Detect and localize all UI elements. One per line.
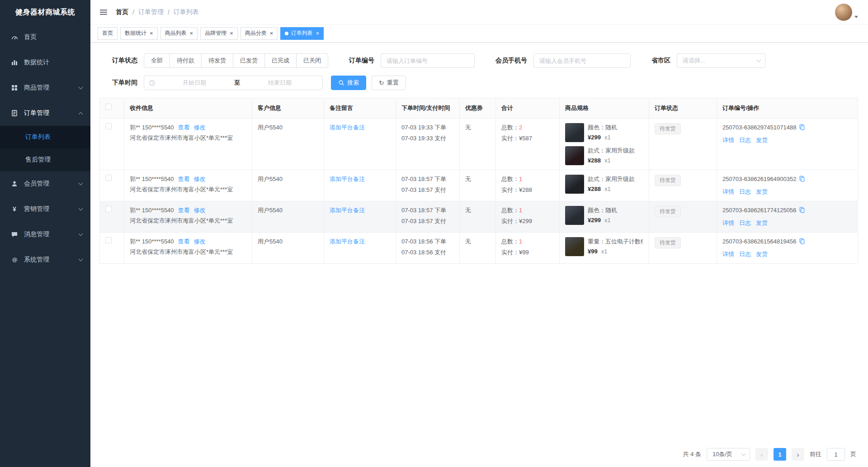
row-checkbox[interactable]: [105, 123, 112, 129]
tab-category[interactable]: 商品分类×: [241, 27, 278, 40]
row-select-cell: [100, 232, 124, 263]
breadcrumb-item[interactable]: 首页: [116, 8, 128, 16]
sidebar-item-stats[interactable]: 数据统计: [0, 50, 90, 75]
sidebar-item-system[interactable]: 系统管理: [0, 247, 90, 272]
view-link[interactable]: 查看: [178, 238, 190, 245]
paid-amount: ¥99: [519, 249, 529, 256]
products-cell: 款式：家用升级款¥288x1: [560, 170, 649, 201]
ship-link[interactable]: 发货: [756, 136, 768, 145]
page-size-select[interactable]: 10条/页: [707, 448, 750, 461]
status-filter-shipped[interactable]: 已发货: [233, 53, 265, 68]
product-price-line: ¥288x1: [588, 156, 635, 165]
log-link[interactable]: 日志: [739, 250, 751, 259]
search-button[interactable]: 搜索: [331, 76, 366, 90]
row-checkbox[interactable]: [105, 175, 112, 181]
detail-link[interactable]: 详情: [722, 250, 734, 259]
ship-link[interactable]: 发货: [756, 219, 768, 228]
product-item: 颜色：随机¥299x1: [565, 123, 643, 142]
status-filter-unpaid[interactable]: 待付款: [170, 53, 202, 68]
copy-icon[interactable]: [799, 207, 805, 213]
chevron-down-icon[interactable]: [854, 16, 858, 18]
page-number-button[interactable]: 1: [774, 448, 786, 461]
tab-order-list[interactable]: 订单列表×: [280, 27, 324, 40]
detail-link[interactable]: 详情: [722, 187, 734, 196]
breadcrumb-item[interactable]: 订单管理: [138, 8, 164, 16]
detail-link[interactable]: 详情: [722, 136, 734, 145]
next-page-button[interactable]: ›: [792, 448, 804, 461]
view-link[interactable]: 查看: [178, 124, 190, 131]
breadcrumb-separator: /: [132, 9, 134, 16]
product-item: 款式：家用升级款¥288x1: [565, 175, 643, 194]
ship-link[interactable]: 发货: [756, 187, 768, 196]
table-row: 郭** 150****5540查看修改 河北省保定市涿州市海富小区*单元***室…: [100, 118, 858, 170]
chevron-left-icon: ‹: [761, 451, 763, 458]
sidebar-toggle-icon[interactable]: [99, 8, 108, 17]
column-header-5: 合计: [496, 98, 560, 119]
detail-link[interactable]: 详情: [722, 219, 734, 228]
total-label: 总数：: [501, 207, 519, 214]
tab-product-list[interactable]: 商品列表×: [160, 27, 198, 40]
add-remark-link[interactable]: 添加平台备注: [330, 176, 365, 182]
copy-icon[interactable]: [799, 124, 805, 130]
svg-text:¥: ¥: [13, 205, 16, 213]
view-link[interactable]: 查看: [178, 176, 190, 182]
avatar[interactable]: [835, 4, 852, 21]
view-link[interactable]: 查看: [178, 207, 190, 214]
close-icon[interactable]: ×: [316, 30, 319, 36]
close-icon[interactable]: ×: [190, 30, 193, 36]
copy-icon[interactable]: [799, 238, 805, 244]
edit-link[interactable]: 修改: [194, 207, 206, 214]
product-price-line: ¥299x1: [588, 133, 617, 142]
close-icon[interactable]: ×: [230, 30, 233, 36]
start-date-placeholder[interactable]: 开始日期: [156, 79, 232, 87]
product-info: 重量：五位电子计数60K(¥99x1: [588, 237, 643, 256]
tab-home[interactable]: 首页: [98, 27, 118, 40]
log-link[interactable]: 日志: [739, 219, 751, 228]
ship-link[interactable]: 发货: [756, 250, 768, 259]
recipient-cell: 郭** 150****5540查看修改 河北省保定市涿州市海富小区*单元***室: [124, 170, 252, 201]
gear-icon: [10, 256, 19, 264]
close-icon[interactable]: ×: [150, 30, 153, 36]
phone-input[interactable]: [533, 53, 631, 68]
tab-brand[interactable]: 品牌管理×: [200, 27, 238, 40]
edit-link[interactable]: 修改: [194, 176, 206, 182]
order-no-input[interactable]: [381, 53, 475, 68]
row-checkbox[interactable]: [105, 237, 112, 243]
sidebar-item-marketing[interactable]: ¥营销管理: [0, 196, 90, 222]
sidebar-item-members[interactable]: 会员管理: [0, 171, 90, 196]
tab-stats[interactable]: 数据统计×: [120, 27, 158, 40]
column-header-0: 收件信息: [124, 98, 252, 119]
log-link[interactable]: 日志: [739, 187, 751, 196]
close-icon[interactable]: ×: [270, 30, 274, 36]
row-checkbox[interactable]: [105, 206, 112, 212]
search-icon: [338, 80, 344, 86]
status-filter-closed[interactable]: 已关闭: [296, 53, 328, 68]
goto-page-input[interactable]: [827, 448, 845, 461]
status-filter-done[interactable]: 已完成: [264, 53, 297, 68]
sidebar-item-messages[interactable]: 消息管理: [0, 222, 90, 247]
sidebar-item-home[interactable]: 首页: [0, 24, 90, 50]
add-remark-link[interactable]: 添加平台备注: [330, 238, 365, 245]
add-remark-link[interactable]: 添加平台备注: [330, 207, 365, 214]
sidebar-subitem-after-sale[interactable]: 售后管理: [0, 148, 90, 171]
navbar-right: [835, 4, 858, 21]
edit-link[interactable]: 修改: [194, 238, 206, 245]
add-remark-link[interactable]: 添加平台备注: [330, 124, 365, 131]
prev-page-button[interactable]: ‹: [755, 448, 768, 461]
copy-icon[interactable]: [799, 176, 805, 182]
chevron-down-icon: [79, 181, 83, 185]
end-date-placeholder[interactable]: 结束日期: [242, 79, 318, 87]
region-select[interactable]: 请选择...: [677, 53, 765, 68]
status-cell: 待发货: [649, 118, 717, 170]
edit-link[interactable]: 修改: [194, 124, 206, 131]
date-range-picker[interactable]: 开始日期 至 结束日期: [144, 76, 323, 90]
log-link[interactable]: 日志: [739, 136, 751, 145]
sidebar-item-orders[interactable]: 订单管理: [0, 100, 90, 126]
sidebar-subitem-order-list[interactable]: 订单列表: [0, 126, 90, 148]
select-all-checkbox[interactable]: [105, 104, 112, 110]
app-title: 健身器材商城系统: [0, 0, 90, 24]
status-filter-unshipped[interactable]: 待发货: [201, 53, 233, 68]
sidebar-item-goods[interactable]: 商品管理: [0, 75, 90, 100]
status-filter-all[interactable]: 全部: [144, 53, 170, 68]
reset-button[interactable]: ↻ 重置: [372, 76, 406, 90]
